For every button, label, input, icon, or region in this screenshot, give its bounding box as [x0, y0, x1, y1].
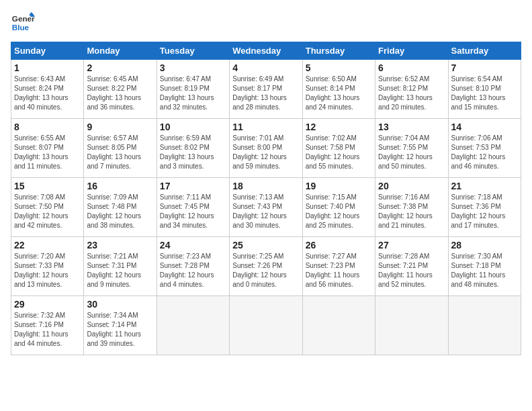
- day-number: 24: [160, 240, 226, 250]
- day-info: Sunrise: 6:47 AM Sunset: 8:19 PM Dayligh…: [160, 75, 226, 112]
- calendar-cell: 29Sunrise: 7:32 AM Sunset: 7:16 PM Dayli…: [11, 296, 84, 355]
- calendar-cell: 5Sunrise: 6:50 AM Sunset: 8:14 PM Daylig…: [302, 60, 375, 119]
- day-number: 19: [306, 181, 372, 191]
- calendar-cell: [230, 296, 302, 355]
- day-number: 22: [14, 240, 81, 250]
- calendar-cell: 13Sunrise: 7:04 AM Sunset: 7:55 PM Dayli…: [375, 119, 448, 178]
- day-info: Sunrise: 7:04 AM Sunset: 7:55 PM Dayligh…: [378, 134, 445, 171]
- calendar-cell: 19Sunrise: 7:15 AM Sunset: 7:40 PM Dayli…: [302, 178, 375, 237]
- day-number: 13: [378, 122, 445, 132]
- day-number: 27: [378, 240, 445, 250]
- calendar-cell: 9Sunrise: 6:57 AM Sunset: 8:05 PM Daylig…: [84, 119, 157, 178]
- day-number: 26: [306, 240, 372, 250]
- day-number: 28: [451, 240, 518, 250]
- day-number: 11: [232, 122, 299, 132]
- day-info: Sunrise: 7:30 AM Sunset: 7:18 PM Dayligh…: [451, 252, 518, 289]
- calendar-cell: 28Sunrise: 7:30 AM Sunset: 7:18 PM Dayli…: [448, 237, 521, 296]
- day-info: Sunrise: 7:18 AM Sunset: 7:36 PM Dayligh…: [451, 193, 518, 230]
- day-info: Sunrise: 7:02 AM Sunset: 7:58 PM Dayligh…: [306, 134, 372, 171]
- day-info: Sunrise: 7:13 AM Sunset: 7:43 PM Dayligh…: [232, 193, 299, 230]
- calendar-cell: 12Sunrise: 7:02 AM Sunset: 7:58 PM Dayli…: [302, 119, 375, 178]
- day-info: Sunrise: 7:08 AM Sunset: 7:50 PM Dayligh…: [14, 193, 81, 230]
- day-number: 17: [160, 181, 226, 191]
- calendar-week-4: 22Sunrise: 7:20 AM Sunset: 7:33 PM Dayli…: [11, 237, 521, 296]
- calendar-cell: 20Sunrise: 7:16 AM Sunset: 7:38 PM Dayli…: [375, 178, 448, 237]
- day-number: 29: [14, 299, 81, 310]
- calendar-week-1: 1Sunrise: 6:43 AM Sunset: 8:24 PM Daylig…: [11, 60, 521, 119]
- day-info: Sunrise: 7:25 AM Sunset: 7:26 PM Dayligh…: [232, 252, 299, 289]
- day-info: Sunrise: 7:01 AM Sunset: 8:00 PM Dayligh…: [232, 134, 299, 171]
- weekday-header-tuesday: Tuesday: [157, 42, 229, 60]
- calendar-cell: 30Sunrise: 7:34 AM Sunset: 7:14 PM Dayli…: [84, 296, 157, 355]
- day-info: Sunrise: 7:20 AM Sunset: 7:33 PM Dayligh…: [14, 252, 81, 289]
- day-number: 5: [306, 62, 372, 73]
- calendar-cell: 3Sunrise: 6:47 AM Sunset: 8:19 PM Daylig…: [157, 60, 229, 119]
- day-number: 1: [14, 62, 81, 73]
- calendar-cell: 26Sunrise: 7:27 AM Sunset: 7:23 PM Dayli…: [302, 237, 375, 296]
- day-number: 8: [14, 122, 81, 132]
- calendar-cell: 21Sunrise: 7:18 AM Sunset: 7:36 PM Dayli…: [448, 178, 521, 237]
- calendar-cell: 14Sunrise: 7:06 AM Sunset: 7:53 PM Dayli…: [448, 119, 521, 178]
- day-number: 10: [160, 122, 226, 132]
- calendar-cell: 2Sunrise: 6:45 AM Sunset: 8:22 PM Daylig…: [84, 60, 157, 119]
- calendar-cell: 16Sunrise: 7:09 AM Sunset: 7:48 PM Dayli…: [84, 178, 157, 237]
- day-info: Sunrise: 6:45 AM Sunset: 8:22 PM Dayligh…: [87, 75, 153, 112]
- day-number: 16: [87, 181, 153, 191]
- day-info: Sunrise: 7:27 AM Sunset: 7:23 PM Dayligh…: [306, 252, 372, 289]
- calendar-cell: 25Sunrise: 7:25 AM Sunset: 7:26 PM Dayli…: [230, 237, 302, 296]
- day-info: Sunrise: 7:28 AM Sunset: 7:21 PM Dayligh…: [378, 252, 445, 289]
- calendar-cell: [302, 296, 375, 355]
- calendar-cell: 18Sunrise: 7:13 AM Sunset: 7:43 PM Dayli…: [230, 178, 302, 237]
- day-info: Sunrise: 7:16 AM Sunset: 7:38 PM Dayligh…: [378, 193, 445, 230]
- day-info: Sunrise: 7:34 AM Sunset: 7:14 PM Dayligh…: [87, 311, 153, 349]
- day-number: 14: [451, 122, 518, 132]
- calendar-cell: 10Sunrise: 6:59 AM Sunset: 8:02 PM Dayli…: [157, 119, 229, 178]
- day-info: Sunrise: 6:52 AM Sunset: 8:12 PM Dayligh…: [378, 75, 445, 112]
- day-info: Sunrise: 7:15 AM Sunset: 7:40 PM Dayligh…: [306, 193, 372, 230]
- day-info: Sunrise: 7:21 AM Sunset: 7:31 PM Dayligh…: [87, 252, 153, 289]
- day-info: Sunrise: 6:57 AM Sunset: 8:05 PM Dayligh…: [87, 134, 153, 171]
- calendar-cell: 8Sunrise: 6:55 AM Sunset: 8:07 PM Daylig…: [11, 119, 84, 178]
- calendar-cell: 15Sunrise: 7:08 AM Sunset: 7:50 PM Dayli…: [11, 178, 84, 237]
- day-number: 9: [87, 122, 153, 132]
- day-number: 23: [87, 240, 153, 250]
- day-number: 20: [378, 181, 445, 191]
- logo: General Blue: [11, 11, 38, 35]
- day-info: Sunrise: 6:55 AM Sunset: 8:07 PM Dayligh…: [14, 134, 81, 171]
- page-header: General Blue: [11, 11, 521, 35]
- day-number: 2: [87, 62, 153, 73]
- calendar-week-2: 8Sunrise: 6:55 AM Sunset: 8:07 PM Daylig…: [11, 119, 521, 178]
- calendar-cell: [157, 296, 229, 355]
- day-number: 6: [378, 62, 445, 73]
- weekday-header-wednesday: Wednesday: [230, 42, 302, 60]
- calendar-table: SundayMondayTuesdayWednesdayThursdayFrid…: [11, 42, 521, 355]
- calendar-week-5: 29Sunrise: 7:32 AM Sunset: 7:16 PM Dayli…: [11, 296, 521, 355]
- calendar-cell: 22Sunrise: 7:20 AM Sunset: 7:33 PM Dayli…: [11, 237, 84, 296]
- day-number: 25: [232, 240, 299, 250]
- weekday-header-sunday: Sunday: [11, 42, 84, 60]
- day-number: 7: [451, 62, 518, 73]
- day-info: Sunrise: 6:59 AM Sunset: 8:02 PM Dayligh…: [160, 134, 226, 171]
- calendar-cell: [448, 296, 521, 355]
- day-info: Sunrise: 6:49 AM Sunset: 8:17 PM Dayligh…: [232, 75, 299, 112]
- calendar-cell: 6Sunrise: 6:52 AM Sunset: 8:12 PM Daylig…: [375, 60, 448, 119]
- day-number: 4: [232, 62, 299, 73]
- day-info: Sunrise: 6:50 AM Sunset: 8:14 PM Dayligh…: [306, 75, 372, 112]
- calendar-cell: 24Sunrise: 7:23 AM Sunset: 7:28 PM Dayli…: [157, 237, 229, 296]
- calendar-cell: 27Sunrise: 7:28 AM Sunset: 7:21 PM Dayli…: [375, 237, 448, 296]
- day-number: 12: [306, 122, 372, 132]
- day-number: 21: [451, 181, 518, 191]
- logo-icon: General Blue: [11, 11, 35, 35]
- day-info: Sunrise: 7:23 AM Sunset: 7:28 PM Dayligh…: [160, 252, 226, 289]
- calendar-cell: 11Sunrise: 7:01 AM Sunset: 8:00 PM Dayli…: [230, 119, 302, 178]
- day-info: Sunrise: 7:06 AM Sunset: 7:53 PM Dayligh…: [451, 134, 518, 171]
- day-number: 18: [232, 181, 299, 191]
- weekday-header-monday: Monday: [84, 42, 157, 60]
- day-info: Sunrise: 6:54 AM Sunset: 8:10 PM Dayligh…: [451, 75, 518, 112]
- calendar-cell: 17Sunrise: 7:11 AM Sunset: 7:45 PM Dayli…: [157, 178, 229, 237]
- weekday-header-friday: Friday: [375, 42, 448, 60]
- day-info: Sunrise: 7:09 AM Sunset: 7:48 PM Dayligh…: [87, 193, 153, 230]
- day-info: Sunrise: 7:11 AM Sunset: 7:45 PM Dayligh…: [160, 193, 226, 230]
- weekday-header-saturday: Saturday: [448, 42, 521, 60]
- calendar-cell: 4Sunrise: 6:49 AM Sunset: 8:17 PM Daylig…: [230, 60, 302, 119]
